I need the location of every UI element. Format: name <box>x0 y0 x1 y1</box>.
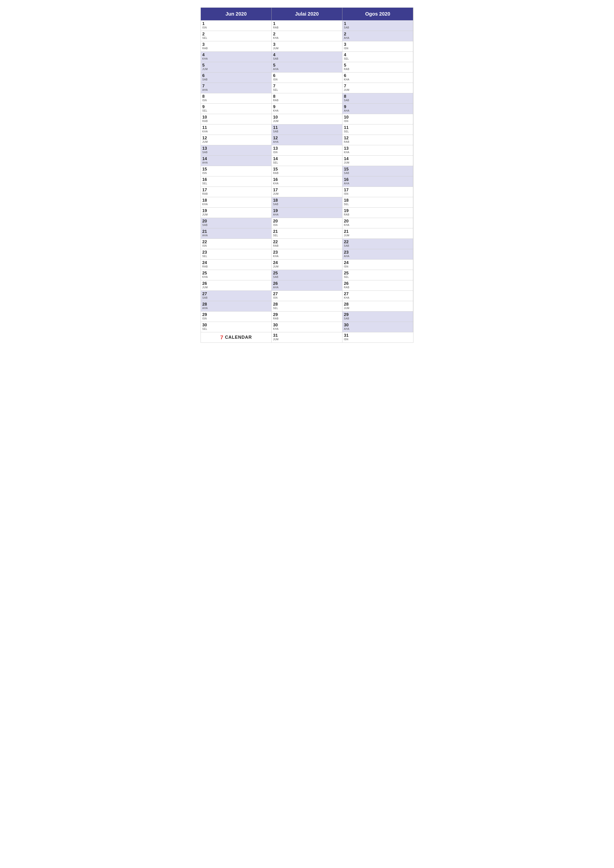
day-label-m2-d1: AHA <box>344 37 412 39</box>
day-num-m1-d29: 30 <box>273 323 341 328</box>
day-cell-m1-d21: 22RAB <box>272 239 342 249</box>
day-label-m0-d18: JUM <box>202 213 270 216</box>
day-cell-m1-d18: 19AHA <box>272 207 342 218</box>
day-num-m0-d3: 4 <box>202 53 270 57</box>
day-cell-m2-d15: 16AHA <box>342 176 413 186</box>
day-num-m1-d3: 4 <box>273 53 341 57</box>
day-num-m0-d14: 15 <box>202 167 270 172</box>
day-num-m1-d30: 31 <box>273 333 341 338</box>
day-label-m1-d4: AHA <box>273 68 341 71</box>
day-cell-m0-d5: 6SAB <box>201 72 272 83</box>
day-cell-m0-d23: 24RAB <box>201 259 272 270</box>
day-num-m2-d6: 7 <box>344 84 412 88</box>
day-cell-m1-d4: 5AHA <box>272 62 342 72</box>
day-num-m2-d2: 3 <box>344 42 412 47</box>
day-label-m1-d24: SAB <box>273 276 341 278</box>
day-label-m2-d0: SAB <box>344 26 412 29</box>
day-cell-m0-d15: 16SEL <box>201 176 272 186</box>
day-num-m2-d29: 30 <box>344 323 412 328</box>
day-cell-m2-d20: 21JUM <box>342 228 413 239</box>
day-num-m1-d25: 26 <box>273 281 341 286</box>
day-num-m0-d15: 16 <box>202 177 270 182</box>
day-label-m0-d0: ISN <box>202 26 270 29</box>
day-cell-m2-d2: 3ISN <box>342 41 413 51</box>
day-label-m2-d9: ISN <box>344 120 412 122</box>
day-num-m0-d9: 10 <box>202 115 270 120</box>
day-label-m2-d23: ISN <box>344 265 412 268</box>
day-num-m2-d0: 1 <box>344 22 412 26</box>
day-label-m2-d16: ISN <box>344 192 412 195</box>
day-label-m1-d3: SAB <box>273 57 341 60</box>
day-label-m1-d1: KHA <box>273 37 341 39</box>
day-num-m0-d6: 7 <box>202 84 270 88</box>
day-label-m1-d16: JUM <box>273 192 341 195</box>
day-cell-m2-d5: 6KHA <box>342 72 413 83</box>
day-num-m0-d28: 29 <box>202 313 270 317</box>
day-label-m1-d10: SAB <box>273 130 341 133</box>
calendar-grid: Jun 2020Julai 2020Ogos 20201ISN1RAB1SAB2… <box>201 8 413 343</box>
day-num-m0-d20: 21 <box>202 229 270 234</box>
day-label-m2-d5: KHA <box>344 78 412 81</box>
day-label-m0-d12: SAB <box>202 151 270 153</box>
day-cell-m0-d14: 15ISN <box>201 166 272 176</box>
day-label-m2-d26: KHA <box>344 296 412 299</box>
day-label-m0-d19: SAB <box>202 224 270 226</box>
day-num-m0-d13: 14 <box>202 157 270 161</box>
day-label-m2-d24: SEL <box>344 276 412 278</box>
day-cell-m0-d25: 26JUM <box>201 280 272 290</box>
day-cell-m2-d12: 13KHA <box>342 145 413 155</box>
day-label-m0-d27: AHA <box>202 307 270 310</box>
day-cell-m0-d22: 23SEL <box>201 249 272 259</box>
day-num-m2-d23: 24 <box>344 260 412 265</box>
day-cell-m0-d9: 10RAB <box>201 114 272 124</box>
day-num-m2-d18: 19 <box>344 209 412 213</box>
day-num-m0-d1: 2 <box>202 32 270 37</box>
day-label-m2-d14: SAB <box>344 172 412 174</box>
day-label-m1-d28: RAB <box>273 317 341 320</box>
day-label-m2-d3: SEL <box>344 57 412 60</box>
day-label-m1-d29: KHA <box>273 328 341 330</box>
day-cell-m0-d18: 19JUM <box>201 207 272 218</box>
day-num-m0-d25: 26 <box>202 281 270 286</box>
day-cell-m1-d2: 3JUM <box>272 41 342 51</box>
day-label-m1-d0: RAB <box>273 26 341 29</box>
day-label-m1-d25: AHA <box>273 286 341 289</box>
day-num-m2-d26: 27 <box>344 292 412 296</box>
day-label-m2-d29: AHA <box>344 328 412 330</box>
brand-logo: 7CALENDAR <box>220 334 252 341</box>
day-num-m2-d11: 12 <box>344 136 412 141</box>
day-cell-m2-d9: 10ISN <box>342 114 413 124</box>
day-num-m2-d24: 25 <box>344 271 412 276</box>
day-num-m2-d14: 15 <box>344 167 412 172</box>
day-num-m1-d7: 8 <box>273 94 341 99</box>
day-cell-m2-d22: 23AHA <box>342 249 413 259</box>
day-label-m0-d22: SEL <box>202 255 270 257</box>
day-cell-m1-d9: 10JUM <box>272 114 342 124</box>
day-label-m0-d9: RAB <box>202 120 270 122</box>
day-label-m0-d8: SEL <box>202 109 270 112</box>
calendar-container: Jun 2020Julai 2020Ogos 20201ISN1RAB1SAB2… <box>201 8 413 343</box>
day-cell-m2-d21: 22SAB <box>342 239 413 249</box>
day-label-m0-d14: ISN <box>202 172 270 174</box>
day-label-m1-d23: JUM <box>273 265 341 268</box>
day-cell-m1-d26: 27ISN <box>272 290 342 301</box>
brand-text: CALENDAR <box>225 335 252 340</box>
day-label-m0-d6: AHA <box>202 88 270 91</box>
day-label-m2-d22: AHA <box>344 255 412 257</box>
day-label-m0-d26: SAB <box>202 296 270 299</box>
day-num-m1-d22: 23 <box>273 250 341 255</box>
day-cell-m1-d19: 20ISN <box>272 218 342 228</box>
day-num-m1-d26: 27 <box>273 292 341 296</box>
day-cell-m2-d23: 24ISN <box>342 259 413 270</box>
day-label-m0-d25: JUM <box>202 286 270 289</box>
day-cell-m0-d4: 5JUM <box>201 62 272 72</box>
day-cell-m0-d3: 4KHA <box>201 51 272 62</box>
month-header-0: Jun 2020 <box>201 8 272 20</box>
month-header-2: Ogos 2020 <box>342 8 413 20</box>
day-num-m1-d8: 9 <box>273 105 341 109</box>
day-cell-m2-d16: 17ISN <box>342 186 413 197</box>
day-cell-m1-d13: 14SEL <box>272 155 342 166</box>
day-label-m1-d7: RAB <box>273 99 341 102</box>
day-num-m2-d15: 16 <box>344 177 412 182</box>
day-num-m0-d18: 19 <box>202 209 270 213</box>
